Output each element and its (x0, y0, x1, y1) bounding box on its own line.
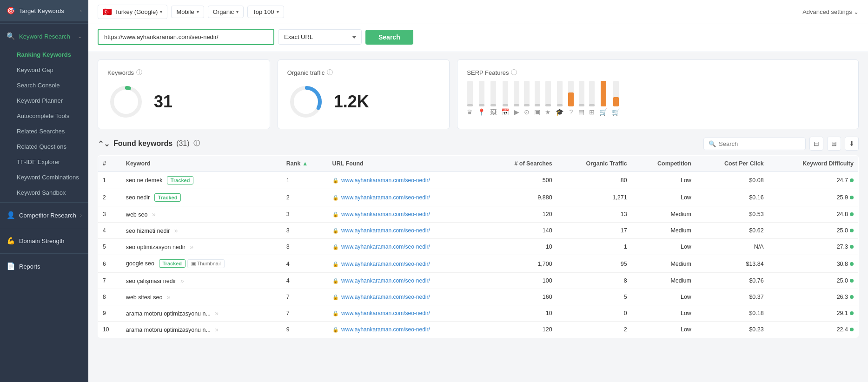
device-dropdown[interactable]: Mobile ▾ (171, 6, 204, 18)
organic-traffic-donut (287, 83, 325, 120)
url-link[interactable]: www.ayhankaraman.com/seo-nedir/ (341, 194, 430, 201)
cell-competition: Low (632, 305, 696, 322)
chevron-down-icon: ▾ (236, 9, 239, 14)
add-tracked-icon[interactable]: » (215, 310, 219, 317)
sidebar-item-domain-strength[interactable]: 💪 Domain Strength (0, 230, 88, 251)
cell-organic-traffic: 1 (557, 239, 632, 255)
top-dropdown[interactable]: Top 100 ▾ (247, 6, 284, 18)
serp-bar-knowledge: ⊙ (524, 81, 530, 116)
url-input[interactable] (98, 29, 274, 45)
cell-rank: 2 (282, 189, 328, 206)
table-row: 9 arama motoru optimizasyonu n... » 7 🔒 … (98, 305, 859, 322)
add-tracked-icon[interactable]: » (174, 227, 178, 234)
thumbnail-button[interactable]: ▣ Thumbnail (187, 259, 225, 268)
table-row: 7 seo çalışması nedir » 4 🔒 www.ayhankar… (98, 273, 859, 289)
cell-competition: Medium (632, 223, 696, 239)
serp-bar-apps: ⊞ (589, 81, 595, 116)
tracked-badge: Tracked (167, 176, 194, 184)
sidebar-item-autocomplete-tools[interactable]: Autocomplete Tools (0, 108, 88, 124)
cell-difficulty: 27.3 (769, 239, 859, 255)
type-dropdown[interactable]: Organic ▾ (208, 6, 244, 18)
country-dropdown[interactable]: 🇹🇷 Turkey (Google) ▾ (98, 5, 167, 19)
add-tracked-icon[interactable]: » (167, 293, 171, 301)
cell-num: 4 (98, 223, 121, 239)
serp-features-help[interactable]: ⓘ (511, 68, 517, 77)
table-icon: ▤ (578, 108, 584, 116)
cell-num: 5 (98, 239, 121, 255)
collapse-icon[interactable]: ⌃⌄ (98, 139, 110, 148)
sidebar-section-label: Competitor Research (19, 212, 76, 219)
found-keywords-header: ⌃⌄ Found keywords (31) ⓘ 🔍 ⊟ ⊞ ⬇ (98, 137, 859, 151)
sidebar-item-related-questions[interactable]: Related Questions (0, 139, 88, 154)
sidebar-item-competitor-research[interactable]: 👤 Competitor Research › (0, 204, 88, 226)
col-difficulty: Keyword Difficulty (769, 156, 859, 172)
sidebar-item-ranking-keywords[interactable]: Ranking Keywords (0, 47, 88, 62)
grid-button[interactable]: ⊞ (827, 137, 841, 151)
cell-num: 9 (98, 305, 121, 322)
table-row: 8 web sitesi seo » 7 🔒 www.ayhankaraman.… (98, 289, 859, 305)
found-help-icon[interactable]: ⓘ (193, 139, 200, 148)
url-link[interactable]: www.ayhankaraman.com/seo-nedir/ (341, 177, 430, 184)
search-button[interactable]: Search (365, 30, 413, 45)
add-tracked-icon[interactable]: » (215, 326, 219, 333)
cell-url: 🔒 www.ayhankaraman.com/seo-nedir/ (328, 239, 487, 255)
col-rank[interactable]: Rank ▲ (282, 156, 328, 172)
url-link[interactable]: www.ayhankaraman.com/seo-nedir/ (341, 261, 430, 267)
sidebar-section-label: Domain Strength (19, 237, 65, 244)
add-tracked-icon[interactable]: » (190, 243, 193, 250)
serp-bars: ♛ 📍 🖼 📅 ▶ (467, 83, 849, 116)
match-type-select[interactable]: Exact URL Domain Subdomain Path (278, 29, 362, 45)
cell-url: 🔒 www.ayhankaraman.com/seo-nedir/ (328, 255, 487, 273)
cell-num: 8 (98, 289, 121, 305)
top-label: Top 100 (252, 8, 274, 15)
sidebar-item-reports[interactable]: 📄 Reports (0, 256, 88, 277)
url-link[interactable]: www.ayhankaraman.com/seo-nedir/ (341, 211, 430, 217)
cell-rank: 1 (282, 172, 328, 189)
difficulty-dot (850, 229, 854, 232)
export-button[interactable]: ⬇ (845, 137, 859, 151)
sidebar-item-search-console[interactable]: Search Console (0, 78, 88, 93)
difficulty-dot (850, 212, 854, 216)
add-tracked-icon[interactable]: » (180, 277, 184, 284)
video-icon: ▶ (514, 108, 519, 116)
divider (0, 23, 88, 24)
col-num: # (98, 156, 121, 172)
organic-traffic-help[interactable]: ⓘ (327, 68, 333, 77)
cell-url: 🔒 www.ayhankaraman.com/seo-nedir/ (328, 206, 487, 223)
url-link[interactable]: www.ayhankaraman.com/seo-nedir/ (341, 326, 430, 333)
cell-rank: 3 (282, 239, 328, 255)
filter-button[interactable]: ⊟ (809, 137, 823, 151)
cell-url: 🔒 www.ayhankaraman.com/seo-nedir/ (328, 172, 487, 189)
sidebar-item-keyword-gap[interactable]: Keyword Gap (0, 62, 88, 78)
keywords-help[interactable]: ⓘ (136, 68, 142, 77)
serp-bar-sitelinks: ▣ (534, 81, 540, 116)
serp-bar-reviews: ★ (545, 81, 551, 116)
cell-organic-traffic: 13 (557, 206, 632, 223)
sidebar-item-keyword-planner[interactable]: Keyword Planner (0, 93, 88, 108)
serp-bar-featured-snippet: ♛ (467, 81, 473, 116)
sidebar-item-tf-idf-explorer[interactable]: TF-IDF Explorer (0, 154, 88, 170)
device-label: Mobile (176, 8, 194, 15)
cell-cpc: $0.53 (696, 206, 769, 223)
cell-url: 🔒 www.ayhankaraman.com/seo-nedir/ (328, 273, 487, 289)
sidebar-item-related-searches[interactable]: Related Searches (0, 124, 88, 139)
url-link[interactable]: www.ayhankaraman.com/seo-nedir/ (341, 227, 430, 234)
cell-organic-traffic: 1,271 (557, 189, 632, 206)
difficulty-dot (850, 328, 854, 331)
difficulty-dot (850, 262, 854, 266)
col-keyword: Keyword (121, 156, 282, 172)
sidebar-item-target-keywords[interactable]: 🎯 Target Keywords › (0, 0, 88, 21)
sidebar-item-keyword-combinations[interactable]: Keyword Combinations (0, 170, 88, 185)
sidebar-section-label: Target Keywords (19, 7, 64, 14)
url-link[interactable]: www.ayhankaraman.com/seo-nedir/ (341, 277, 430, 284)
url-link[interactable]: www.ayhankaraman.com/seo-nedir/ (341, 310, 430, 316)
url-link[interactable]: www.ayhankaraman.com/seo-nedir/ (341, 244, 430, 250)
local-pack-icon: 📍 (477, 108, 485, 116)
url-link[interactable]: www.ayhankaraman.com/seo-nedir/ (341, 294, 430, 300)
add-tracked-icon[interactable]: » (152, 211, 156, 218)
sidebar-item-keyword-sandbox[interactable]: Keyword Sandbox (0, 185, 88, 200)
sidebar-item-keyword-research[interactable]: 🔍 Keyword Research ⌄ (0, 26, 88, 47)
advanced-settings[interactable]: Advanced settings ⌄ (802, 8, 859, 15)
shopping2-icon: 🛒 (612, 108, 620, 116)
keyword-search-input[interactable] (719, 140, 801, 147)
